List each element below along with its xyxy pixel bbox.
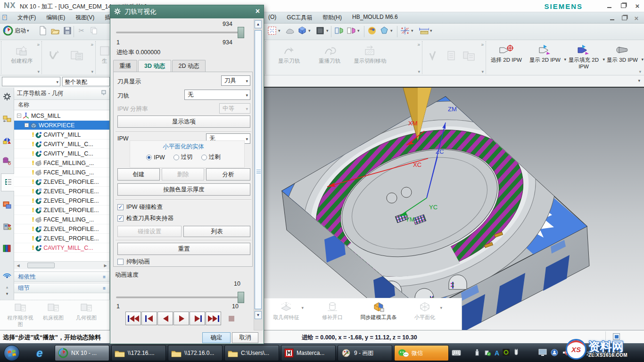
start-orb[interactable] — [4, 345, 20, 361]
scroll-right-icon[interactable]: ▶ — [102, 263, 108, 269]
menu-item-hb-mould-m6-6[interactable]: HB_MOULD M6.6 — [348, 12, 402, 23]
taskbar-button-[interactable]: 微信 — [394, 345, 449, 361]
ok-button[interactable]: 确定 — [202, 332, 231, 343]
dialog-title-bar[interactable]: 刀轨可视化 × — [110, 5, 264, 18]
tree-item-zlevel-profile-13[interactable]: !ZLEVEL_PROFILE... — [14, 234, 109, 243]
display-options-button[interactable]: 显示选项 — [117, 115, 250, 128]
true-shading-button[interactable] — [367, 25, 377, 36]
strip-caret-icon[interactable]: ▾ — [638, 78, 640, 83]
restore-button[interactable] — [619, 2, 627, 9]
tree-horizontal-scrollbar[interactable]: ◀ ▶ — [14, 261, 109, 269]
doc-restore-button[interactable] — [620, 14, 628, 22]
tree-item-zlevel-profile-8[interactable]: !ZLEVEL_PROFILE... — [14, 187, 109, 196]
graphics-window[interactable]: ZM ZC XM XC YC YM — [264, 88, 644, 330]
usb-device-icon[interactable] — [474, 349, 480, 358]
step-back-button[interactable] — [141, 312, 157, 325]
assembly-scope-combo[interactable]: 整个装配 — [62, 77, 110, 86]
constraint-navigator-icon[interactable] — [1, 133, 13, 147]
tree-item-zlevel-profile-7[interactable]: !ZLEVEL_PROFILE... — [14, 177, 109, 187]
play-forward-button[interactable] — [173, 312, 189, 325]
check-toolpath-icon[interactable] — [427, 49, 443, 65]
toolpath-dropdown[interactable]: 无▾ — [184, 90, 250, 100]
cancel-button[interactable]: 取消 — [232, 332, 258, 343]
selection-filter-combo[interactable]: ▾ — [2, 77, 60, 86]
tree-item-zlevel-profile-9[interactable]: !ZLEVEL_PROFILE... — [14, 196, 109, 206]
copy-button[interactable] — [89, 25, 99, 36]
tree-item-mcs-mill-0[interactable]: −MCS_MILL — [14, 111, 109, 121]
show-hide-button[interactable] — [334, 25, 344, 36]
start-menu-button[interactable]: 启动 ▾ — [3, 25, 29, 36]
ribbon-button-2d-ipw[interactable]: 选择 2D IPW — [487, 44, 526, 70]
menu-item-f[interactable]: 文件(F) — [13, 12, 40, 23]
create-program-button[interactable]: 创建程序 — [1, 45, 42, 65]
window-layout-button[interactable]: ▾ — [346, 25, 360, 36]
dialog-scrollbar[interactable]: ▲ ▼ — [254, 19, 263, 330]
facet-option-[interactable]: 过切 — [173, 153, 193, 161]
speed-slider-thumb[interactable] — [238, 292, 244, 303]
menu-item-v[interactable]: 视图(V) — [71, 12, 99, 23]
scroll-left-icon[interactable]: ◀ — [15, 263, 21, 269]
close-button[interactable]: × — [634, 2, 641, 9]
ipw-collision-checkbox[interactable]: ✓ — [117, 204, 124, 210]
create-button[interactable]: 创建 — [117, 168, 160, 181]
fit-view-button[interactable]: ▾ — [267, 25, 281, 36]
go-to-start-button[interactable] — [125, 312, 141, 325]
tree-item-cavity-mill-c-14[interactable]: !CAVITY_MILL_C... — [14, 243, 109, 253]
dialog-scroll-down-icon[interactable]: ▼ — [255, 311, 262, 319]
render-style-button[interactable]: ▾ — [379, 25, 393, 36]
ie-taskbar-icon[interactable]: e — [29, 346, 50, 361]
tab-2d[interactable]: 2D 动态 — [172, 60, 205, 72]
security-center-icon[interactable] — [551, 349, 558, 358]
details-section[interactable]: 细节≡ — [14, 283, 109, 293]
sidebar-scroll-up-icon[interactable]: ▴ — [1, 284, 13, 290]
usb-safe-remove-icon[interactable] — [484, 349, 491, 358]
play-backward-button[interactable] — [157, 312, 173, 325]
cross-section-button[interactable]: ▾ — [400, 25, 413, 36]
open-file-button[interactable] — [50, 25, 60, 36]
ipw-collision-check-row[interactable]: ✓ IPW 碰撞检查 — [117, 203, 163, 211]
thickness-by-color-button[interactable]: 按颜色显示厚度 — [117, 183, 250, 196]
assembly-navigator-icon[interactable] — [1, 112, 13, 126]
doc-minimize-button[interactable] — [608, 14, 616, 22]
dependencies-section[interactable]: 相依性≡ — [14, 272, 109, 282]
taskbar-button-nx-10[interactable]: NX 10 - ... — [55, 345, 109, 361]
dialog-scroll-thumb[interactable] — [255, 30, 262, 309]
radio-ipw-icon[interactable] — [146, 155, 152, 160]
tree-item-zlevel-profile-12[interactable]: !ZLEVEL_PROFILE... — [14, 224, 109, 234]
dialog-scroll-up-icon[interactable]: ▲ — [255, 20, 262, 28]
menu-item-o[interactable]: (O) — [264, 12, 281, 23]
tree-item-face-milling-5[interactable]: !FACE_MILLING_... — [14, 158, 109, 168]
library-icon[interactable] — [1, 241, 13, 255]
pin-icon[interactable] — [101, 90, 107, 97]
menu-item-h[interactable]: 帮助(H) — [318, 12, 346, 23]
tree-item-cavity-mill-2[interactable]: !CAVITY_MILL — [14, 130, 109, 140]
tree-item-face-milling-6[interactable]: !FACE_MILLING_... — [14, 168, 109, 177]
taskbar-button-9[interactable]: 9 - 画图 — [338, 345, 392, 361]
post-process-icon[interactable] — [69, 49, 85, 65]
list-output-icon[interactable] — [462, 49, 476, 65]
tree-item-cavity-mill-c-3[interactable]: !CAVITY_MILL_C... — [14, 140, 109, 149]
expand-toggle-icon[interactable]: − — [25, 123, 29, 127]
doc-close-button[interactable]: × — [633, 14, 640, 22]
internet-icon[interactable] — [1, 267, 13, 281]
minimize-button[interactable] — [605, 2, 613, 9]
facet-option-[interactable]: 过剩 — [201, 153, 221, 161]
facet-option-ipw[interactable]: IPW — [146, 154, 165, 161]
input-method-icon[interactable]: A — [495, 349, 499, 357]
expand-toggle-icon[interactable]: − — [17, 114, 21, 118]
wireframe-view-button[interactable]: ▾ — [315, 25, 329, 36]
go-to-end-button[interactable] — [206, 312, 221, 325]
datum-navigator-icon[interactable] — [1, 154, 13, 168]
model-toolbar-[interactable]: 同步建模工具条 — [360, 301, 397, 321]
ribbon-button-2d-ipw[interactable]: 显示 2D IPW▾ — [526, 44, 564, 70]
settings-gear-icon[interactable] — [1, 90, 13, 104]
verify-toolpath-icon[interactable] — [48, 49, 64, 65]
save-button[interactable] — [62, 25, 73, 36]
tab-3d[interactable]: 3D 动态 — [138, 60, 171, 72]
sidebar-scroll-down-icon[interactable]: ▾ — [1, 290, 13, 297]
progress-slider[interactable] — [116, 32, 239, 33]
new-file-button[interactable] — [38, 25, 48, 36]
analyze-button[interactable]: 分析 — [206, 168, 250, 181]
menu-item-e[interactable]: 编辑(E) — [42, 12, 69, 23]
taskbar-button-172-16-0[interactable]: \\172.16.0... — [168, 345, 223, 361]
